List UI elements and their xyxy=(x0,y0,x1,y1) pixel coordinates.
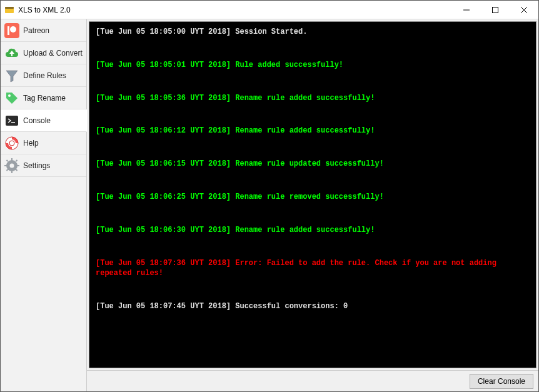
svg-point-15 xyxy=(10,163,14,168)
clear-console-button[interactable]: Clear Console xyxy=(470,374,533,389)
sidebar-item-label: Help xyxy=(23,139,39,148)
svg-rect-10 xyxy=(6,116,18,126)
window-title: XLS to XML 2.0 xyxy=(18,6,452,14)
sidebar-item-console[interactable]: Console xyxy=(1,109,87,132)
log-line: [Tue Jun 05 18:05:01 UYT 2018] Rule adde… xyxy=(96,60,530,71)
maximize-button[interactable] xyxy=(481,1,510,19)
lifebuoy-icon xyxy=(4,136,19,151)
sidebar: Patreon Upload & Convert Define Rules xyxy=(1,19,87,391)
sidebar-item-patreon[interactable]: Patreon xyxy=(1,19,86,42)
svg-point-13 xyxy=(9,141,14,146)
svg-rect-8 xyxy=(8,26,9,35)
app-icon xyxy=(4,5,14,15)
gear-icon xyxy=(4,158,19,173)
svg-rect-18 xyxy=(4,165,7,166)
sidebar-item-label: Patreon xyxy=(23,26,49,35)
log-line: [Tue Jun 05 18:06:12 UYT 2018] Rename ru… xyxy=(96,126,530,136)
sidebar-item-label: Console xyxy=(23,116,51,125)
sidebar-item-label: Tag Rename xyxy=(23,94,66,103)
sidebar-item-define-rules[interactable]: Define Rules xyxy=(1,64,86,87)
log-line: [Tue Jun 05 18:05:36 UYT 2018] Rename ru… xyxy=(96,93,530,104)
log-line: [Tue Jun 05 18:06:30 UYT 2018] Rename ru… xyxy=(96,225,530,236)
sidebar-item-tag-rename[interactable]: Tag Rename xyxy=(1,87,86,109)
log-line: [Tue Jun 05 18:06:25 UYT 2018] Rename ru… xyxy=(96,192,530,203)
svg-point-7 xyxy=(10,26,16,33)
upload-icon xyxy=(4,46,19,61)
titlebar: XLS to XML 2.0 xyxy=(1,1,538,19)
sidebar-item-settings[interactable]: Settings xyxy=(1,154,86,177)
svg-point-9 xyxy=(8,94,11,97)
funnel-icon xyxy=(4,68,19,83)
close-button[interactable] xyxy=(510,1,538,19)
main-panel: [Tue Jun 05 18:05:00 UYT 2018] Session S… xyxy=(87,19,538,391)
svg-rect-3 xyxy=(493,7,498,13)
console-icon xyxy=(4,113,19,128)
svg-rect-20 xyxy=(6,159,9,162)
log-line: [Tue Jun 05 18:05:00 UYT 2018] Session S… xyxy=(96,27,530,38)
body-area: Patreon Upload & Convert Define Rules xyxy=(1,19,538,391)
sidebar-item-label: Settings xyxy=(23,161,50,170)
svg-rect-19 xyxy=(17,165,19,166)
sidebar-item-help[interactable]: Help xyxy=(1,132,86,154)
sidebar-item-upload[interactable]: Upload & Convert xyxy=(1,42,86,64)
sidebar-item-label: Upload & Convert xyxy=(23,49,83,58)
svg-rect-17 xyxy=(11,171,13,173)
console-output[interactable]: [Tue Jun 05 18:05:00 UYT 2018] Session S… xyxy=(89,21,536,368)
log-line: [Tue Jun 05 18:07:36 UYT 2018] Error: Fa… xyxy=(96,258,530,279)
patreon-icon xyxy=(4,23,19,38)
footer: Clear Console xyxy=(87,370,538,391)
window-controls xyxy=(452,1,538,19)
svg-rect-16 xyxy=(11,158,13,161)
log-line: [Tue Jun 05 18:06:15 UYT 2018] Rename ru… xyxy=(96,159,530,169)
tag-icon xyxy=(4,91,19,106)
svg-rect-1 xyxy=(5,7,14,9)
log-line: [Tue Jun 05 18:07:45 UYT 2018] Successfu… xyxy=(96,301,530,312)
sidebar-item-label: Define Rules xyxy=(23,71,66,80)
minimize-button[interactable] xyxy=(452,1,481,19)
svg-rect-22 xyxy=(16,159,18,162)
